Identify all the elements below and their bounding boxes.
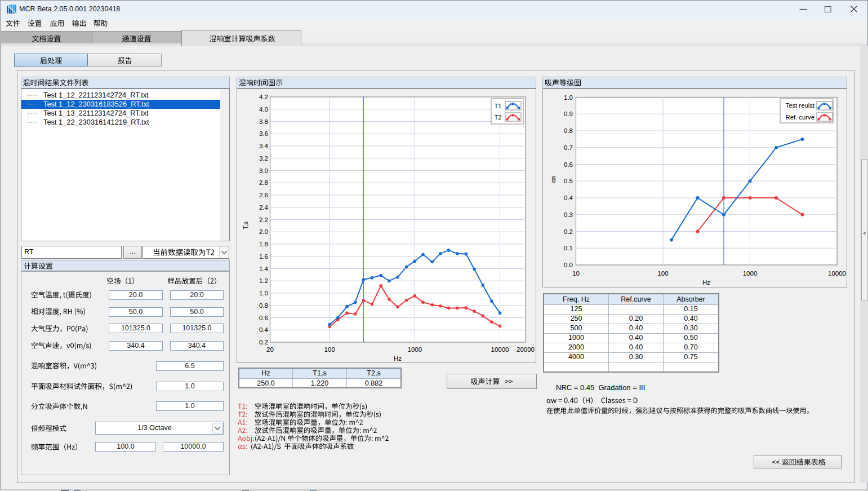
svg-text:2.0: 2.0 (259, 228, 268, 235)
svg-text:100: 100 (657, 270, 668, 277)
svg-text:0.6: 0.6 (564, 161, 573, 168)
svg-text:Test reulst: Test reulst (786, 102, 815, 109)
svg-text:Hz: Hz (702, 279, 710, 286)
svg-text:Ref. curve: Ref. curve (786, 114, 814, 121)
svg-text:10000: 10000 (828, 270, 846, 277)
svg-text:0.8: 0.8 (259, 302, 268, 309)
svg-text:1000: 1000 (743, 270, 758, 277)
svg-text:0.2: 0.2 (259, 339, 268, 346)
svg-text:2.8: 2.8 (259, 179, 268, 186)
svg-text:1.2: 1.2 (259, 277, 268, 284)
svg-text:4.0: 4.0 (259, 106, 268, 113)
svg-text:0.8: 0.8 (564, 127, 573, 134)
svg-text:20000: 20000 (517, 346, 535, 353)
svg-text:0.4: 0.4 (564, 194, 573, 201)
svg-text:4.2: 4.2 (259, 94, 268, 100)
svg-text:0.6: 0.6 (259, 315, 268, 321)
svg-text:2.6: 2.6 (259, 192, 268, 198)
svg-text:0.1: 0.1 (564, 245, 573, 251)
svg-text:20: 20 (266, 346, 274, 353)
svg-text:T2: T2 (495, 114, 502, 121)
svg-text:3.2: 3.2 (259, 155, 268, 162)
svg-text:1.0: 1.0 (259, 290, 268, 297)
svg-text:1.0: 1.0 (564, 94, 573, 101)
svg-text:T1: T1 (495, 103, 502, 109)
svg-text:1.6: 1.6 (259, 253, 268, 260)
svg-text:1.8: 1.8 (259, 241, 268, 247)
svg-text:0.4: 0.4 (259, 326, 269, 333)
svg-text:3.0: 3.0 (259, 167, 268, 174)
svg-text:2.4: 2.4 (259, 204, 269, 211)
svg-text:1.4: 1.4 (259, 266, 269, 272)
svg-text:100: 100 (324, 346, 335, 353)
svg-text:Hz: Hz (394, 355, 402, 362)
svg-text:αs: αs (550, 176, 557, 183)
svg-text:0.0: 0.0 (564, 262, 573, 268)
svg-text:3.8: 3.8 (259, 118, 268, 125)
svg-text:10000: 10000 (491, 346, 509, 353)
svg-text:T,s: T,s (242, 221, 249, 229)
svg-text:0.7: 0.7 (564, 144, 573, 151)
svg-text:0.9: 0.9 (564, 110, 573, 117)
svg-text:2.2: 2.2 (259, 216, 268, 223)
svg-text:0.2: 0.2 (564, 228, 573, 235)
svg-text:<: < (863, 231, 866, 236)
svg-text:3.4: 3.4 (259, 143, 269, 149)
svg-text:0.5: 0.5 (564, 178, 573, 184)
svg-text:0.3: 0.3 (564, 211, 573, 218)
svg-text:1000: 1000 (408, 346, 422, 353)
svg-text:3.6: 3.6 (259, 130, 268, 137)
svg-text:10: 10 (572, 270, 580, 277)
